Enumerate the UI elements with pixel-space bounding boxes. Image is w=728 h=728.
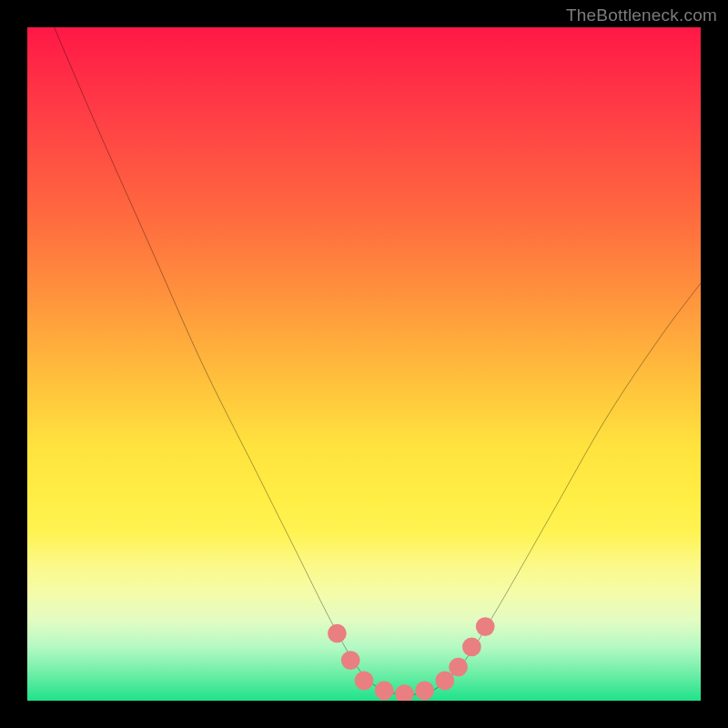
- curve-marker: [355, 671, 374, 690]
- curve-marker: [449, 658, 468, 677]
- watermark-text: TheBottleneck.com: [566, 5, 717, 25]
- curve-group: [55, 27, 701, 701]
- bottleneck-curve-svg: [27, 27, 701, 701]
- chart-frame: TheBottleneck.com: [0, 0, 728, 728]
- curve-marker: [462, 637, 481, 656]
- curve-marker: [341, 651, 360, 670]
- curve-marker: [435, 671, 454, 690]
- curve-marker: [395, 684, 414, 701]
- curve-marker: [415, 682, 434, 701]
- curve-marker: [328, 624, 347, 643]
- bottleneck-curve: [55, 27, 701, 695]
- curve-markers: [328, 617, 495, 701]
- plot-area: [27, 27, 701, 701]
- curve-marker: [476, 617, 495, 636]
- curve-marker: [375, 682, 394, 701]
